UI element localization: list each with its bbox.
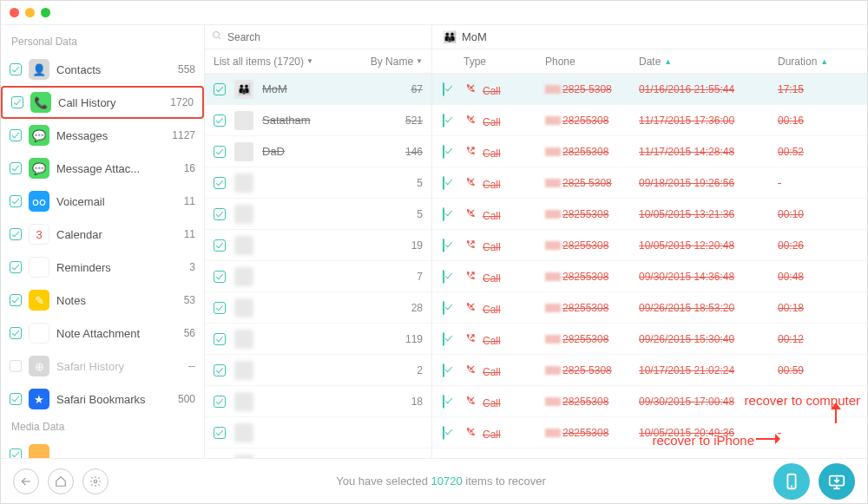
list-item-count: 119 bbox=[405, 333, 423, 345]
checkbox[interactable] bbox=[10, 261, 22, 273]
col-duration[interactable]: Duration bbox=[778, 56, 817, 68]
col-date[interactable]: Date bbox=[639, 56, 661, 68]
checkbox[interactable] bbox=[10, 195, 22, 207]
checkbox[interactable] bbox=[10, 448, 22, 458]
list-item[interactable]: Satatham521 bbox=[205, 105, 431, 136]
home-button[interactable] bbox=[48, 468, 74, 494]
checkbox[interactable] bbox=[443, 332, 444, 346]
sidebar-item[interactable]: ⊕Safari History-- bbox=[1, 350, 204, 383]
checkbox[interactable] bbox=[10, 393, 22, 405]
search-icon bbox=[212, 30, 222, 43]
call-row[interactable]: Call2825 530809/18/2015 19:26:56- bbox=[432, 167, 867, 199]
checkbox[interactable] bbox=[443, 82, 444, 96]
search-input[interactable] bbox=[227, 31, 424, 43]
call-row[interactable]: Call2825530810/05/2015 13:21:3600:10 bbox=[432, 199, 867, 230]
checkbox[interactable] bbox=[214, 83, 226, 95]
back-button[interactable] bbox=[13, 468, 39, 494]
list-item[interactable]: 5 bbox=[205, 199, 431, 230]
list-item[interactable]: 119 bbox=[205, 324, 431, 355]
sidebar-item[interactable]: 3Calendar11 bbox=[1, 218, 204, 251]
checkbox[interactable] bbox=[214, 239, 226, 252]
call-row[interactable]: Call2825530811/17/2015 17:36:0000:16 bbox=[432, 105, 867, 136]
settings-button[interactable] bbox=[82, 468, 108, 494]
checkbox[interactable] bbox=[214, 302, 226, 314]
checkbox[interactable] bbox=[443, 363, 444, 377]
list-item-count: 28 bbox=[411, 302, 423, 314]
minimize-window-button[interactable] bbox=[25, 8, 35, 17]
checkbox[interactable] bbox=[11, 96, 23, 108]
checkbox[interactable] bbox=[214, 177, 226, 189]
checkbox[interactable] bbox=[10, 129, 22, 141]
sidebar-item[interactable]: ✎Note Attachment56 bbox=[1, 317, 204, 350]
recover-to-computer-button[interactable] bbox=[819, 463, 855, 500]
redacted-prefix bbox=[545, 366, 561, 375]
sidebar-heading-personal: Personal Data bbox=[1, 30, 204, 53]
list-item[interactable]: 5 bbox=[205, 167, 431, 199]
checkbox[interactable] bbox=[214, 115, 226, 127]
checkbox[interactable] bbox=[443, 395, 444, 409]
checkbox[interactable] bbox=[443, 207, 444, 221]
category-icon: ⊕ bbox=[29, 356, 49, 376]
checkbox[interactable] bbox=[10, 360, 22, 372]
sort-label[interactable]: By Name bbox=[371, 56, 413, 68]
list-item[interactable]: 18 bbox=[205, 386, 431, 417]
checkbox[interactable] bbox=[443, 114, 444, 128]
checkbox[interactable] bbox=[214, 364, 226, 376]
chevron-down-icon[interactable]: ▼ bbox=[416, 57, 423, 65]
col-phone[interactable]: Phone bbox=[545, 56, 575, 68]
list-item[interactable]: 👪MoM67 bbox=[205, 74, 431, 105]
checkbox[interactable] bbox=[214, 271, 226, 283]
call-row[interactable]: Call2825530810/05/2015 12:20:4800:26 bbox=[432, 230, 867, 261]
sidebar-item[interactable]: ★Safari Bookmarks500 bbox=[1, 383, 204, 416]
list-filter-label[interactable]: List all items (1720) bbox=[214, 56, 304, 68]
list-item[interactable]: 28 bbox=[205, 292, 431, 324]
checkbox[interactable] bbox=[214, 146, 226, 158]
checkbox[interactable] bbox=[443, 426, 444, 440]
call-row[interactable]: Call2825 530810/17/2015 21:02:2400:59 bbox=[432, 355, 867, 386]
list-item[interactable]: 7 bbox=[205, 261, 431, 292]
checkbox[interactable] bbox=[214, 208, 226, 220]
checkbox[interactable] bbox=[10, 294, 22, 306]
checkbox[interactable] bbox=[214, 333, 226, 345]
call-row[interactable]: Call2825530809/26/2015 18:53:2000:18 bbox=[432, 292, 867, 324]
list-item[interactable]: 2 bbox=[205, 355, 431, 386]
checkbox[interactable] bbox=[10, 327, 22, 339]
checkbox[interactable] bbox=[10, 228, 22, 240]
call-list[interactable]: Call2825 530801/16/2016 21:55:4417:15Cal… bbox=[432, 74, 867, 458]
checkbox[interactable] bbox=[214, 427, 226, 439]
redacted-prefix bbox=[545, 210, 561, 219]
call-date: 09/26/2015 18:53:20 bbox=[639, 302, 734, 314]
sidebar-item[interactable]: ☰Reminders3 bbox=[1, 251, 204, 284]
checkbox[interactable] bbox=[443, 176, 444, 190]
call-row[interactable]: Call2825530809/30/2015 17:00:48- bbox=[432, 386, 867, 417]
checkbox[interactable] bbox=[10, 162, 22, 174]
call-row[interactable]: Call2825530809/30/2015 14:36:4800:48 bbox=[432, 261, 867, 292]
chevron-down-icon[interactable]: ▼ bbox=[306, 57, 313, 65]
list-item[interactable]: DaD146 bbox=[205, 136, 431, 167]
list-item[interactable]: 19 bbox=[205, 230, 431, 261]
checkbox[interactable] bbox=[443, 239, 444, 252]
checkbox[interactable] bbox=[443, 270, 444, 284]
call-row[interactable]: Call2825 530801/16/2016 21:55:4417:15 bbox=[432, 74, 867, 105]
checkbox[interactable] bbox=[443, 145, 444, 159]
close-window-button[interactable] bbox=[10, 8, 19, 17]
checkbox[interactable] bbox=[10, 63, 22, 75]
call-row[interactable]: Call2825530809/26/2015 15:30:4000:12 bbox=[432, 324, 867, 355]
zoom-window-button[interactable] bbox=[41, 8, 50, 17]
sidebar-item[interactable]: ᴏᴏVoicemail11 bbox=[1, 185, 204, 218]
list-item[interactable] bbox=[205, 417, 431, 448]
checkbox[interactable] bbox=[443, 301, 444, 315]
checkbox[interactable] bbox=[214, 396, 226, 408]
sidebar-item[interactable]: 👤Contacts558 bbox=[1, 53, 204, 86]
list-item[interactable] bbox=[205, 448, 431, 458]
col-type[interactable]: Type bbox=[464, 56, 486, 68]
sidebar-item[interactable]: 📞Call History1720 bbox=[1, 86, 204, 119]
sidebar-item[interactable]: 💬Messages1127 bbox=[1, 119, 204, 152]
sidebar-item[interactable]: 💬Message Attac...16 bbox=[1, 152, 204, 185]
call-row[interactable]: Call2825530811/17/2015 14:28:4800:52 bbox=[432, 136, 867, 167]
item-list[interactable]: 👪MoM67Satatham521DaD1465519728119218 bbox=[205, 74, 431, 458]
recover-to-iphone-button[interactable] bbox=[773, 463, 810, 500]
sidebar-item[interactable]: ✎Notes53 bbox=[1, 284, 204, 317]
call-row[interactable]: Call2825530810/05/2015 20:49:36- bbox=[432, 417, 867, 448]
sidebar-item-media[interactable] bbox=[1, 438, 204, 458]
